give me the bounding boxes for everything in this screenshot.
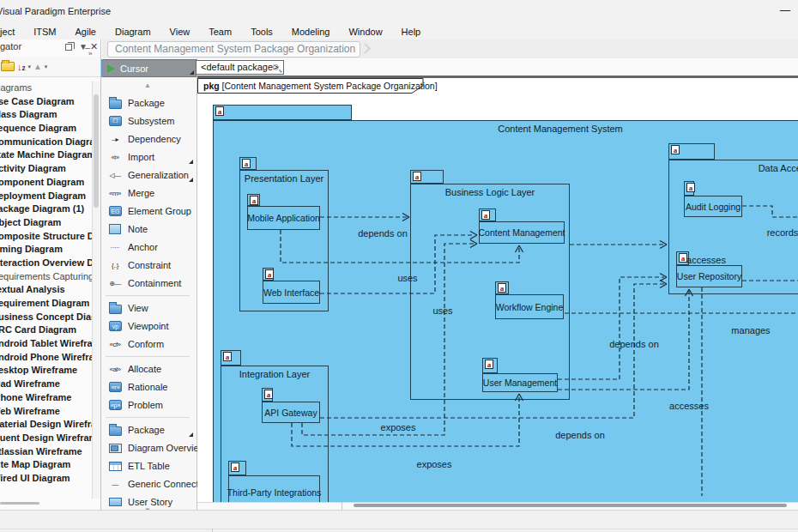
nav-item-component-diagram[interactable]: Component Diagram — [0, 176, 92, 190]
diagram-canvas[interactable]: aContent Management SystemaPresentation … — [197, 78, 798, 502]
nav-item-class-diagram[interactable]: Class Diagram — [0, 108, 92, 122]
nav-item-activity-diagram[interactable]: Activity Diagram — [0, 162, 92, 176]
toolbox-scroll-up[interactable]: ▲ — [144, 82, 151, 89]
navigator-header: Navigator ▼̶ ✕ — [0, 41, 100, 57]
tool-package[interactable]: Package — [104, 421, 195, 438]
dashed-connector[interactable] — [742, 206, 798, 217]
menu-help[interactable]: Help — [392, 27, 431, 37]
nav-item-composite-structure-diagram[interactable]: Composite Structure Diagram — [0, 230, 92, 244]
menu-project[interactable]: Project — [0, 27, 24, 37]
chevron-down-icon[interactable]: ▾ — [45, 63, 48, 70]
nav-item-atlassian-wireframe[interactable]: Atlassian Wireframe — [0, 445, 92, 459]
dashed-connector[interactable] — [302, 244, 475, 435]
tool-diagram-overview[interactable]: Diagram Overview — [104, 439, 195, 456]
menu-tools[interactable]: Tools — [241, 27, 282, 37]
nav-item-timing-diagram[interactable]: Timing Diagram — [0, 243, 92, 257]
tool-constraint[interactable]: {..}Constraint — [104, 257, 195, 274]
tool-anchor[interactable]: ·····Anchor — [104, 239, 195, 256]
nav-item-package-diagram-1-[interactable]: Package Diagram (1) — [0, 203, 92, 216]
tool-view[interactable]: View — [104, 299, 195, 317]
nav-item-wired-ui-diagram[interactable]: Wired UI Diagram — [0, 472, 92, 486]
cursor-icon — [107, 64, 115, 73]
nav-item-communication-diagram[interactable]: Communication Diagram — [0, 136, 92, 149]
navigator-scrollbar-thumb[interactable] — [94, 94, 99, 208]
menu-team[interactable]: Team — [199, 27, 241, 37]
open-folder-icon[interactable] — [1, 62, 15, 71]
nav-item-requirement-diagram[interactable]: Requirement Diagram — [0, 297, 92, 311]
nav-item-diagrams[interactable]: Diagrams — [0, 82, 92, 95]
nav-item-web-wireframe[interactable]: Web Wireframe — [0, 405, 92, 419]
nav-item-fluent-design-wireframe[interactable]: Fluent Design Wireframe — [0, 432, 92, 445]
nav-item-ipad-wireframe[interactable]: iPad Wireframe — [0, 378, 92, 391]
collapse-up-icon[interactable]: ▲ — [33, 62, 42, 71]
nav-item-requirements-capturing[interactable]: Requirements Capturing — [0, 270, 92, 284]
nav-item-use-case-diagram[interactable]: Use Case Diagram — [0, 95, 92, 109]
document-tab[interactable]: Content Management System Package Organi… — [107, 41, 360, 57]
menu-itsm[interactable]: ITSM — [24, 27, 65, 37]
nav-item-business-concept-diagram[interactable]: Business Concept Diagram — [0, 311, 92, 324]
nav-item-sequence-diagram[interactable]: Sequence Diagram — [0, 122, 92, 136]
sort-icon[interactable]: ↓2 — [17, 62, 25, 72]
edge-label-accesses: accesses — [686, 255, 726, 265]
diagram-navigator-list: DiagramsUse Case DiagramClass DiagramSeq… — [0, 82, 92, 499]
overflow-chevrons-icon[interactable]: » — [88, 50, 91, 57]
nav-item-state-machine-diagram[interactable]: State Machine Diagram — [0, 148, 92, 162]
tool-label: Note — [128, 224, 148, 234]
tool-label: Merge — [128, 188, 154, 198]
tool-conform[interactable]: «cf»Conform — [104, 336, 195, 353]
tool-element-group[interactable]: EGElement Group — [104, 203, 195, 220]
nav-item-site-map-diagram[interactable]: Site Map Diagram — [0, 458, 92, 472]
tool-generic-connector[interactable]: —Generic Connector — [104, 475, 195, 493]
menu-window[interactable]: Window — [339, 27, 391, 37]
tool-merge[interactable]: «m»Merge — [104, 184, 195, 202]
tool-label: Element Group — [128, 206, 191, 216]
breadcrumb-default-package[interactable]: <default package> — [196, 60, 284, 75]
tool-label: Problem — [128, 400, 163, 410]
tool-subsystem[interactable]: ☐Subsystem — [104, 112, 195, 130]
package-diagram: aContent Management SystemaPresentation … — [197, 78, 798, 502]
edge-label-records: records — [767, 227, 798, 238]
anchor-dotted-line-icon: ····· — [106, 244, 124, 251]
navigator-horizontal-scrollbar[interactable] — [0, 502, 39, 505]
tool-note[interactable]: Note — [104, 221, 195, 238]
navigator-toolbar: ↓2 ▾ ▲ ▾ » — [0, 57, 100, 77]
menu-diagram[interactable]: Diagram — [106, 27, 160, 37]
nav-item-interaction-overview-diagram[interactable]: Interaction Overview Diagram — [0, 257, 92, 270]
tool-problem[interactable]: «p»Problem — [104, 396, 195, 414]
tool-generalization[interactable]: ◁—Generalization — [104, 166, 195, 184]
tool-allocate[interactable]: «al»Allocate — [104, 360, 195, 378]
tool-user-story[interactable]: User Story — [104, 493, 195, 511]
float-panel-icon[interactable] — [65, 44, 72, 51]
nav-item-crc-card-diagram[interactable]: CRC Card Diagram — [0, 323, 92, 337]
menu-modeling[interactable]: Modeling — [282, 27, 340, 37]
tool-cursor[interactable]: Cursor — [101, 59, 196, 77]
minimize-button[interactable]: — — [775, 3, 795, 19]
tool-viewpoint[interactable]: vpViewpoint — [104, 317, 195, 335]
nav-item-object-diagram[interactable]: Object Diagram — [0, 216, 92, 230]
nav-item-iphone-wireframe[interactable]: iPhone Wireframe — [0, 391, 92, 405]
close-icon[interactable]: ✕ — [90, 41, 100, 51]
nav-item-desktop-wireframe[interactable]: Desktop Wireframe — [0, 364, 92, 378]
dashed-connector[interactable] — [292, 396, 519, 446]
search-icon[interactable] — [273, 64, 279, 70]
nav-item-material-design-wireframe[interactable]: Material Design Wireframe — [0, 418, 92, 432]
tool-rationale[interactable]: «r»Rationale — [104, 378, 195, 396]
nav-item-textual-analysis[interactable]: Textual Analysis — [0, 283, 92, 297]
nav-item-deployment-diagram[interactable]: Deployment Diagram — [0, 190, 92, 203]
panel-splitter[interactable] — [101, 59, 103, 77]
tool-variants-corner — [189, 432, 193, 437]
dashed-connector[interactable] — [558, 277, 664, 379]
chevron-down-icon[interactable]: ▾ — [27, 63, 31, 70]
menu-agile[interactable]: Agile — [66, 27, 106, 37]
tool-etl-table[interactable]: ETL Table — [104, 457, 195, 475]
dashed-connector[interactable] — [320, 284, 664, 418]
nav-item-android-phone-wireframe[interactable]: Android Phone Wireframe — [0, 351, 92, 365]
tool-package[interactable]: Package — [104, 94, 195, 112]
canvas-scrollbar-thumb[interactable] — [354, 504, 787, 507]
tool-containment[interactable]: ⊕—Containment — [104, 275, 195, 292]
nav-item-android-tablet-wireframe[interactable]: Android Tablet Wireframe — [0, 337, 92, 351]
tool-import[interactable]: «i»Import — [104, 148, 195, 166]
folder-icon — [109, 426, 122, 436]
tool-dependency[interactable]: --▸Dependency — [104, 130, 195, 148]
menu-view[interactable]: View — [160, 27, 200, 37]
